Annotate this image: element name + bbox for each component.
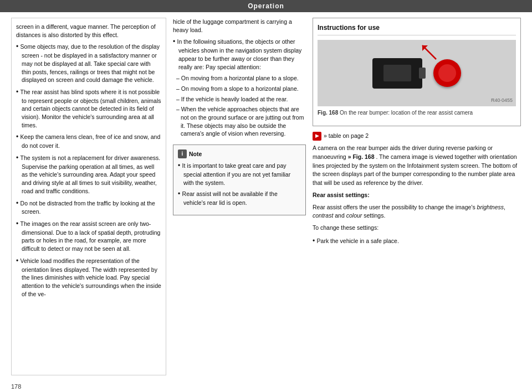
body-text-1: A camera on the rear bumper aids the dri… xyxy=(313,144,521,188)
contrast-text: contrast xyxy=(313,212,333,219)
middle-intro-text: hicle of the luggage compartment is carr… xyxy=(173,18,306,140)
left-bullet-5: Do not be distracted from the traffic by… xyxy=(16,199,161,216)
camera-devices xyxy=(318,58,516,89)
dash-item-3: When the vehicle approaches objects that… xyxy=(173,105,306,138)
rear-settings-text: Rear assist offers the user the possibil… xyxy=(313,204,475,210)
instructions-box: Instructions for use xyxy=(313,18,521,126)
brightness-text: brightness xyxy=(477,204,504,210)
middle-bullet-1: In the following situations, the objects… xyxy=(173,37,306,71)
header-bar: Operation xyxy=(0,0,532,12)
rear-settings-body: Rear assist offers the user the possibil… xyxy=(313,203,521,221)
middle-intro: hicle of the luggage compartment is carr… xyxy=(173,18,306,34)
left-bullet-4: The system is not a replacement for driv… xyxy=(16,153,161,195)
table-ref: ▶ » table on page 2 xyxy=(313,132,521,141)
camera-button-container xyxy=(433,59,461,87)
camera-inner xyxy=(438,64,456,82)
fig-caption: Fig. 168 On the rear bumper: location of… xyxy=(318,109,516,117)
left-bullet-2: The rear assist has blind spots where it… xyxy=(16,87,161,130)
camera-image: R40·0455 xyxy=(318,40,516,106)
left-para-0: screen in a different, vague manner. The… xyxy=(16,23,161,39)
note-icon: i xyxy=(178,149,187,158)
content-area: screen in a different, vague manner. The… xyxy=(0,12,532,381)
left-bullet-3: Keep the camera lens clean, free of ice … xyxy=(16,132,161,149)
note-box: i Note It is important to take great car… xyxy=(173,145,306,215)
left-bullet-7: Vehicle load modifies the representation… xyxy=(16,256,161,298)
dash-item-2: If the vehicle is heavily loaded at the … xyxy=(173,95,306,104)
instructions-title: Instructions for use xyxy=(318,23,516,35)
fig-ref-inline: » Fig. 168 xyxy=(348,153,375,160)
left-bullet-6: The images on the rear assist screen are… xyxy=(16,219,161,253)
change-settings-text: To change these settings: xyxy=(313,224,521,233)
camera-screen xyxy=(383,65,411,81)
camera-unit xyxy=(372,58,422,89)
page-wrapper: Operation screen in a different, vague m… xyxy=(0,0,532,392)
note-label: Note xyxy=(189,150,202,158)
note-box-header: i Note xyxy=(178,149,301,158)
right-column: Instructions for use xyxy=(313,18,521,375)
header-title: Operation xyxy=(248,2,284,10)
arrow-svg xyxy=(417,40,439,62)
fig-caption-text: On the rear bumper: location of the rear… xyxy=(340,110,473,116)
colour-text: colour xyxy=(346,212,362,219)
dash-item-1: On moving from a slope to a horizontal p… xyxy=(173,85,306,93)
park-bullet: Park the vehicle in a safe place. xyxy=(313,236,521,246)
note-bullet-2: Rear assist will not be available if the… xyxy=(178,189,301,207)
dash-item-0: On moving from a horizontal plane to a s… xyxy=(173,74,306,82)
rear-settings-title: Rear assist settings: xyxy=(313,191,521,200)
settings-suffix: settings. xyxy=(364,212,385,219)
middle-column: hicle of the luggage compartment is carr… xyxy=(173,18,306,375)
image-label: R40·0455 xyxy=(491,97,513,105)
camera-connector xyxy=(419,68,426,79)
book-icon: ▶ xyxy=(313,132,321,141)
table-ref-text: » table on page 2 xyxy=(324,132,369,141)
left-bullet-1: Some objects may, due to the resolution … xyxy=(16,42,161,84)
note-bullet-1: It is important to take great care and p… xyxy=(178,161,301,187)
camera-red-button xyxy=(433,59,461,87)
fig-ref: Fig. 168 xyxy=(318,110,338,116)
dash-list: On moving from a horizontal plane to a s… xyxy=(173,74,306,138)
left-column: screen in a different, vague manner. The… xyxy=(11,18,166,375)
page-number: 178 xyxy=(0,381,532,392)
